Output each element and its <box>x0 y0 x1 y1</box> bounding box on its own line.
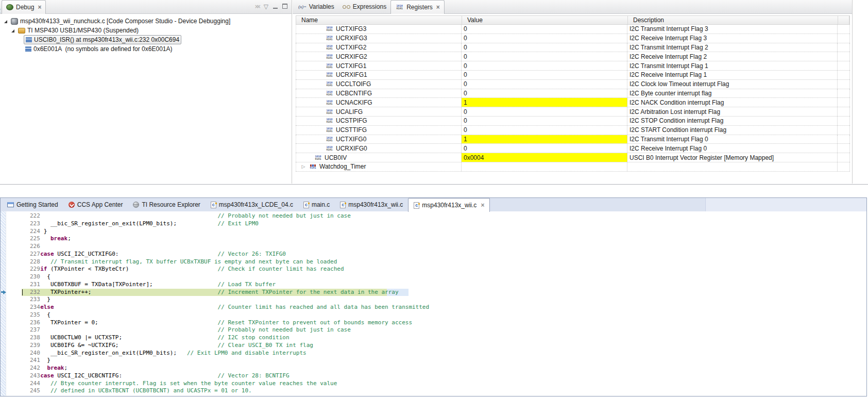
table-row[interactable]: 10100101UCBCNTIFG0I2C Byte counter inter… <box>296 89 850 98</box>
code-line[interactable]: 233 } <box>1 296 866 304</box>
editor-tab-2[interactable]: TI Resource Explorer <box>128 198 205 211</box>
table-row[interactable]: 10100101UCTXIFG30I2C Transmit Interrupt … <box>296 25 850 34</box>
tree-item[interactable]: 0x6E001A (no symbols are defined for 0x6… <box>0 44 292 54</box>
code-line[interactable]: 222 // Probably not needed but just in c… <box>1 212 866 220</box>
table-row[interactable]: ▷0101Watchdog_Timer <box>296 162 850 172</box>
code-line[interactable]: 223 __bic_SR_register_on_exit(LPM0_bits)… <box>1 220 866 228</box>
close-icon[interactable]: × <box>481 202 484 209</box>
code-line[interactable]: 236 TXPointer = 0; // Reset TXPointer to… <box>1 319 866 327</box>
register-value-cell[interactable]: 0 <box>462 61 627 70</box>
table-row[interactable]: 10100101UCSTPIFG0I2C STOP Condition inte… <box>296 117 850 126</box>
table-row[interactable]: 10100101UCSTTIFG0I2C START Condition int… <box>296 126 850 135</box>
panel-separator[interactable] <box>0 184 868 185</box>
editor-tab-6[interactable]: cmsp430fr413x_wii.c× <box>408 198 490 212</box>
table-row[interactable]: 10100101UCRXIFG20I2C Receive Interrupt F… <box>296 52 850 61</box>
remove-all-terminated-icon[interactable]: ×× <box>255 4 259 10</box>
register-value-cell[interactable]: 0 <box>462 71 627 79</box>
register-value-cell[interactable]: 0 <box>462 89 627 98</box>
variables-icon: (x)= <box>298 4 307 9</box>
code-line[interactable]: 243 case USCI_I2C_UCBCNTIFG: // Vector 2… <box>1 372 866 380</box>
editor-tab-4[interactable]: cmain.c <box>298 198 335 211</box>
code-line[interactable]: 239 UCB0IFG &= ~UCTXIFG; // Clear USCI_B… <box>1 342 866 350</box>
code-line[interactable]: 234 else // Counter limit has reached an… <box>1 304 866 311</box>
table-row[interactable]: 10100101UCTXIFG10I2C Transmit Interrupt … <box>296 61 850 71</box>
tab-variables[interactable]: (x)= Variables <box>294 0 338 13</box>
code-line[interactable]: 235 { <box>1 311 866 319</box>
table-row[interactable]: 10100101UCB0IV0x0004USCI B0 Interrupt Ve… <box>296 153 850 162</box>
code-padding <box>33 326 218 333</box>
code-area[interactable]: 222 // Probably not needed but just in c… <box>1 211 866 396</box>
register-value-cell[interactable]: 0 <box>462 144 627 153</box>
editor-tab-1[interactable]: CCS App Center <box>63 198 128 211</box>
register-value-cell[interactable]: 0 <box>462 52 627 61</box>
editor-tab-5[interactable]: cmsp430fr413x_wii.c <box>335 198 408 211</box>
table-row[interactable]: 10100101UCNACKIFG1I2C NACK Condition int… <box>296 98 850 107</box>
table-row[interactable]: 10100101UCTXIFG20I2C Transmit Interrupt … <box>296 43 850 53</box>
code-comment: // Exit LPM0 and disable interrupts <box>187 350 307 356</box>
table-row[interactable]: 10100101UCRXIFG30I2C Receive Interrupt F… <box>296 34 850 43</box>
code-keyword: break <box>47 365 64 371</box>
tree-item[interactable]: USCIB0_ISR() at msp430fr413x_wii.c:232 0… <box>0 35 292 44</box>
minimize-icon[interactable] <box>273 4 278 10</box>
c-file-icon: c <box>414 202 419 209</box>
column-header-name[interactable]: Name <box>296 16 462 25</box>
register-value-cell[interactable]: 0 <box>462 25 627 34</box>
close-icon[interactable]: × <box>38 4 41 11</box>
tab-expressions[interactable]: Expressions <box>338 0 390 13</box>
code-line[interactable]: 228 // Transmit interrupt flag, TX buffe… <box>1 258 866 266</box>
register-value-cell[interactable]: 0x0004 <box>462 153 627 162</box>
expander-icon[interactable] <box>9 26 16 35</box>
line-number[interactable]: 226 <box>30 243 40 250</box>
table-row[interactable]: 10100101UCRXIFG00I2C Receive Interrupt F… <box>296 144 850 153</box>
code-line[interactable]: 238 UCB0CTLW0 |= UCTXSTP; // I2C stop co… <box>1 334 866 342</box>
register-value-cell[interactable]: 0 <box>462 126 627 135</box>
table-row[interactable]: 10100101UCTXIFG01I2C Transmit Interrupt … <box>296 135 850 144</box>
maximize-icon[interactable] <box>282 4 287 10</box>
table-row[interactable]: 10100101UCRXIFG10I2C Receive Interrupt F… <box>296 71 850 80</box>
editor-tab-3[interactable]: cmsp430fr413x_LCDE_04.c <box>206 198 298 211</box>
code-comment: // Btye counter interrupt. Flag is set w… <box>50 380 337 387</box>
register-bits-icon: 10100101 <box>314 155 322 160</box>
code-line[interactable]: 231 UCB0TXBUF = TXData[TXPointer]; // Lo… <box>1 281 866 289</box>
tab-registers[interactable]: 10100101 Registers × <box>390 0 445 14</box>
register-value-cell[interactable] <box>462 162 627 171</box>
collapsed-expander-icon[interactable]: ▷ <box>300 162 307 171</box>
register-name: UCRXIFG3 <box>336 34 367 42</box>
tree-item[interactable]: msp430fr4133_wii_nunchuck.c [Code Compos… <box>0 16 292 26</box>
tab-debug[interactable]: Debug × <box>2 0 46 14</box>
registers-tab-label: Registers <box>406 4 433 11</box>
editor-tab-label: msp430fr413x_wii.c <box>422 202 476 209</box>
register-value-cell[interactable]: 0 <box>462 107 627 116</box>
code-line[interactable]: 241 } <box>1 357 866 365</box>
code-line[interactable]: 245 // defined in UCBxTBCNT (UCB0TBCNT) … <box>1 387 866 395</box>
code-line[interactable]: 240 __bic_SR_register_on_exit(LPM0_bits)… <box>1 350 866 357</box>
code-line[interactable]: 242 break; <box>1 365 866 372</box>
code-line[interactable]: 230 { <box>1 273 866 281</box>
code-line[interactable]: 237 // Probably not needed but just in c… <box>1 326 866 334</box>
code-text: UCB0CTLW0 |= UCTXSTP; <box>33 334 122 341</box>
register-value-cell[interactable]: 1 <box>462 135 627 144</box>
table-row[interactable]: 10100101UCALIFG0I2C Arbitration Lost int… <box>296 107 850 117</box>
code-line[interactable]: 232 TXPointer++; // Increment TXPointer … <box>1 289 866 296</box>
code-line[interactable]: 224 } <box>1 228 866 236</box>
register-value-cell[interactable]: 0 <box>462 117 627 125</box>
register-value-cell[interactable]: 0 <box>462 34 627 43</box>
register-value-cell[interactable]: 0 <box>462 80 627 89</box>
column-header-value[interactable]: Value <box>462 16 628 25</box>
register-value-cell[interactable]: 1 <box>462 98 627 107</box>
close-icon[interactable]: × <box>436 4 440 11</box>
editor-tab-0[interactable]: Getting Started <box>2 198 63 211</box>
code-line[interactable]: 227 case USCI_I2C_UCTXIFG0: // Vector 26… <box>1 251 866 258</box>
table-row[interactable]: 10100101UCCLTOIFG0I2C Clock low Timeout … <box>296 80 850 89</box>
register-value-cell[interactable]: 0 <box>462 43 627 52</box>
code-line[interactable]: 244 // Btye counter interrupt. Flag is s… <box>1 380 866 388</box>
debug-tree: msp430fr4133_wii_nunchuck.c [Code Compos… <box>0 14 292 54</box>
code-line[interactable]: 225 break; <box>1 235 866 243</box>
tree-item[interactable]: TI MSP430 USB1/MSP430 (Suspended) <box>0 26 292 35</box>
code-line[interactable]: 229 if (TXPointer < TXByteCtr) // Check … <box>1 266 866 273</box>
registers-icon: 10100101 <box>395 5 404 10</box>
expander-icon[interactable] <box>2 16 9 26</box>
code-line[interactable]: 226 <box>1 243 866 251</box>
view-menu-icon[interactable]: ▽ <box>264 4 268 10</box>
column-header-description[interactable]: Description <box>628 16 838 25</box>
